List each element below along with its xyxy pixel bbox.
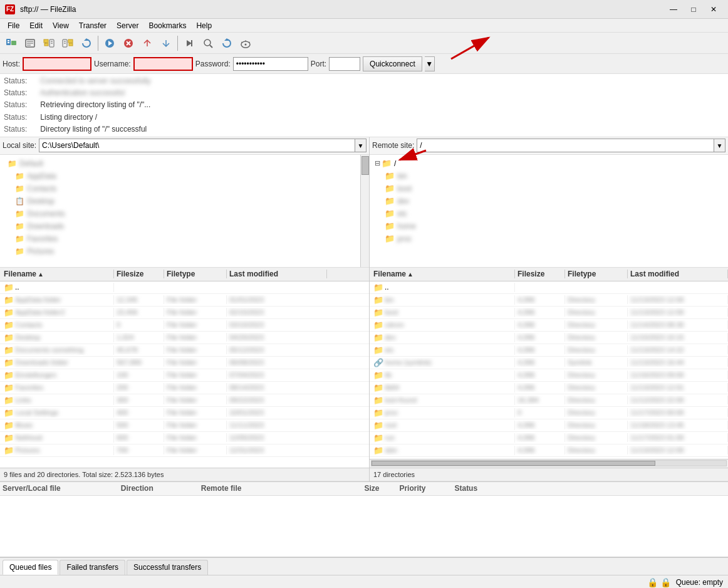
menu-help[interactable]: Help (191, 20, 217, 31)
local-col-filename[interactable]: Filename ▲ (1, 270, 114, 278)
local-file-row[interactable]: 📁 Local Settings 400 File folder 10/01/2… (0, 407, 369, 419)
local-file-row[interactable]: 📁 Contacts 0 File folder 03/10/2023 (0, 319, 369, 332)
remote-path-dropdown[interactable]: ▼ (714, 139, 725, 152)
local-path-input[interactable] (39, 139, 355, 152)
refresh2-button[interactable] (218, 34, 236, 52)
toggle-remote-dir-tree-button[interactable] (59, 34, 76, 52)
find-files-button[interactable] (199, 34, 217, 52)
tree-item-1[interactable]: Default (19, 159, 43, 168)
remote-col-filename[interactable]: Filename ▲ (371, 270, 515, 278)
local-file-row[interactable]: 📁 Links 300 File folder 09/22/2023 (0, 394, 369, 407)
tree-item-4[interactable]: Desktop (27, 197, 55, 206)
bottom-status-bar: 🔒 🔒 Queue: empty (0, 575, 728, 588)
local-file-row-parent[interactable]: 📁 .. (0, 281, 369, 294)
remote-tree-item-2[interactable]: 📁 boot (372, 182, 725, 195)
local-file-row[interactable]: 📁 Pictures 700 File folder 12/31/2023 (0, 444, 369, 457)
local-site-label: Local site: (3, 141, 36, 150)
menu-bookmarks[interactable]: Bookmarks (143, 20, 191, 31)
local-file-row[interactable]: 📁 AppData folder2 23,456 File folder 02/… (0, 307, 369, 319)
local-file-row[interactable]: 📁 AppData folder 12,345 File folder 01/0… (0, 294, 369, 307)
remote-file-row[interactable]: 📁 cdrom 4,096 Directory 11/14/2023 08:30… (370, 319, 728, 332)
reconnect-button[interactable] (157, 34, 175, 52)
remote-tree-root[interactable]: ⊟ 📁 / (372, 157, 725, 170)
quickconnect-button[interactable]: Quickconnect (363, 56, 422, 71)
server-to-server-button[interactable] (180, 34, 198, 52)
remote-file-row-parent[interactable]: 📁 .. (370, 281, 728, 294)
menu-transfer[interactable]: Transfer (74, 20, 112, 31)
queue-body (0, 496, 728, 557)
remote-col-filesize[interactable]: Filesize (515, 270, 565, 278)
remote-file-row[interactable]: 📁 lib64 4,096 Directory 11/13/2023 12:01… (370, 382, 728, 394)
toggle-message-log-button[interactable] (21, 34, 39, 52)
tree-item-5[interactable]: Documents (27, 209, 65, 218)
tab-successful-transfers[interactable]: Successful transfers (127, 560, 208, 575)
remote-file-row[interactable]: 📁 proc 0 Directory 11/17/2023 00:00 dr-x… (370, 407, 728, 419)
status-line-4: Status: Listing directory / (4, 112, 724, 123)
local-file-row[interactable]: 📁 Einstellungen 100 File folder 07/04/20… (0, 369, 369, 382)
remote-col-filetype[interactable]: Filetype (565, 270, 628, 278)
tree-item-2[interactable]: AppData (27, 172, 56, 181)
local-file-list-header: Filename ▲ Filesize Filetype Last modifi… (0, 268, 369, 281)
close-button[interactable]: ✕ (704, 3, 723, 16)
local-col-filetype[interactable]: Filetype (164, 270, 227, 278)
minimize-button[interactable]: — (664, 3, 683, 16)
port-input[interactable] (329, 57, 360, 71)
lock2-icon: 🔒 (660, 577, 671, 587)
menu-view[interactable]: View (48, 20, 74, 31)
process-queue-button[interactable] (101, 34, 118, 52)
local-path-dropdown[interactable]: ▼ (355, 139, 367, 152)
host-input[interactable] (23, 57, 91, 71)
remote-file-row[interactable]: 📁 boot 4,096 Directory 11/13/2023 12:00 … (370, 307, 728, 319)
refresh-button[interactable] (78, 34, 95, 52)
remote-tree-item-1[interactable]: 📁 bin (372, 170, 725, 182)
password-input[interactable] (233, 57, 308, 71)
local-tree-scrollbar[interactable] (360, 155, 369, 267)
local-col-filesize[interactable]: Filesize (114, 270, 164, 278)
speed-limits-button[interactable] (237, 34, 254, 52)
remote-file-row[interactable]: 📁 lib 4,096 Directory 11/16/2023 09:00 d… (370, 369, 728, 382)
menu-file[interactable]: File (3, 20, 24, 31)
username-input[interactable] (133, 57, 193, 71)
quickconnect-dropdown[interactable]: ▼ (425, 56, 435, 71)
cancel-button[interactable] (120, 34, 137, 52)
menu-server[interactable]: Server (112, 20, 143, 31)
disconnect-button[interactable] (138, 34, 156, 52)
local-col-lastmod[interactable]: Last modified (227, 270, 327, 278)
remote-tree-item-3[interactable]: 📁 dev (372, 195, 725, 207)
remote-file-row[interactable]: 📁 dev 4,096 Directory 11/15/2023 10:15 d… (370, 332, 728, 344)
remote-file-row[interactable]: 📁 etc 4,096 Directory 11/13/2023 14:22 d… (370, 344, 728, 357)
tab-queued-files[interactable]: Queued files (3, 560, 58, 575)
site-manager-button[interactable] (3, 34, 20, 52)
status-text-4: Listing directory / (40, 113, 97, 122)
remote-tree-area: ⊟ 📁 / 📁 bin 📁 boot 📁 dev 📁 (370, 155, 728, 268)
remote-file-row[interactable]: 📁 root 4,096 Directory 11/18/2023 13:45 … (370, 419, 728, 432)
remote-file-row[interactable]: 📁 lost+found 16,384 Directory 11/12/2023… (370, 394, 728, 407)
local-file-row[interactable]: 📁 Desktop 1,024 File folder 04/20/2023 (0, 332, 369, 344)
remote-tree-item-4[interactable]: 📁 etc (372, 207, 725, 220)
local-file-row[interactable]: 📁 Documents something 45,678 File folder… (0, 344, 369, 357)
toggle-local-dir-tree-button[interactable] (40, 34, 58, 52)
tree-item-7[interactable]: Favorites (27, 234, 58, 243)
tree-item-6[interactable]: Downloads (27, 222, 64, 231)
toolbar-sep-2 (177, 36, 178, 51)
remote-file-row[interactable]: 📁 run 4,096 Directory 11/17/2023 01:00 d… (370, 432, 728, 444)
remote-tree-item-6[interactable]: 📁 proc (372, 233, 725, 245)
local-file-row[interactable]: 📁 Favorites 200 File folder 08/14/2023 (0, 382, 369, 394)
maximize-button[interactable]: □ (684, 3, 703, 16)
queue-status-text: Queue: empty (676, 578, 723, 587)
local-file-row[interactable]: 📁 Music 500 File folder 11/11/2023 (0, 419, 369, 432)
tree-item-3[interactable]: Contacts (27, 184, 56, 193)
remote-horizontal-scrollbar[interactable] (370, 459, 728, 468)
remote-path-input[interactable] (417, 139, 714, 152)
menu-edit[interactable]: Edit (24, 20, 48, 31)
tab-failed-transfers[interactable]: Failed transfers (60, 560, 125, 575)
tree-item-8[interactable]: Pictures (27, 247, 54, 256)
remote-col-lastmod[interactable]: Last modified (628, 270, 728, 278)
local-file-row[interactable]: 📁 Downloads folder 567,890 File folder 0… (0, 357, 369, 369)
local-file-row[interactable]: 📁 NetHood 600 File folder 12/05/2023 (0, 432, 369, 444)
remote-file-row[interactable]: 🔗 home (symlink) 4,096 Symlink 11/13/202… (370, 357, 728, 369)
remote-tree-item-5[interactable]: 📁 home (372, 220, 725, 233)
remote-file-row[interactable]: 📁 sbin 4,096 Directory 11/13/2023 12:00 … (370, 444, 728, 457)
remote-file-row[interactable]: 📁 bin 4,096 Directory 11/13/2023 12:00 d… (370, 294, 728, 307)
remote-h-scroll-thumb (372, 461, 655, 466)
